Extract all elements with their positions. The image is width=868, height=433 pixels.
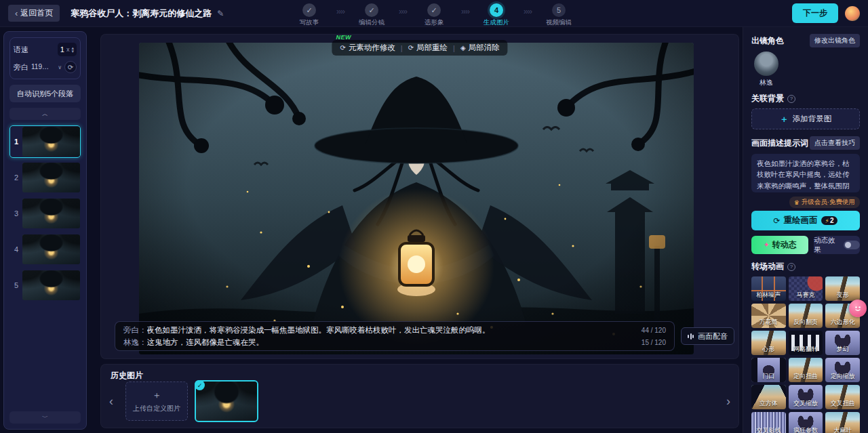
new-badge: NEW	[336, 34, 351, 41]
auto-split-button[interactable]: 自动识别5个段落	[9, 85, 81, 102]
transition-grid: 柏林噪声 马赛克 变形 万花筒 反向翻页 六边形化 心形 网格翻转 梦幻 门口 …	[751, 276, 860, 433]
transition-option[interactable]: 心形	[751, 331, 786, 355]
selected-check-icon: ✓	[195, 380, 205, 390]
shot-item-1[interactable]: 1	[9, 125, 81, 158]
step-choose-character[interactable]: ✓ 选形象	[416, 0, 452, 27]
transition-option[interactable]: 定向缩放	[825, 358, 860, 382]
transition-option[interactable]: 定向扭曲	[789, 358, 823, 382]
back-home-button[interactable]: ‹ 返回首页	[8, 5, 60, 22]
speed-stepper[interactable]: 1 x ▴▾	[58, 43, 77, 56]
add-background-button[interactable]: ＋ 添加背景图	[751, 108, 860, 129]
caption-line-dialog: 林逸： 这鬼地方，连风都像是亡魂在哭。 15 / 120	[123, 337, 666, 348]
plus-icon: ＋	[780, 113, 789, 125]
image-tools-bar: NEW ⟳ 元素动作修改 | ⟳ 局部重绘 | ◈ 局部消除	[332, 40, 507, 56]
transition-option[interactable]: 梦幻	[825, 331, 860, 355]
hero-illustration	[139, 43, 694, 354]
narrator-label: 旁白	[14, 62, 28, 73]
transition-option[interactable]: 反向翻页	[789, 304, 823, 328]
transition-label: 梦幻	[825, 345, 860, 354]
transition-label: 门口	[751, 372, 786, 381]
transition-label: 立方体	[751, 399, 786, 408]
caption-editor[interactable]: 旁白： 夜色如墨汁泼洒，将寒鸦谷浸染成一幅焦墨地狱图。寒风嘶咬着枯枝败叶，发出亡…	[115, 321, 675, 351]
element-motion-edit-button[interactable]: ⟳ 元素动作修改	[340, 43, 395, 53]
shot-item-4[interactable]: 4	[9, 233, 81, 266]
partial-erase-button[interactable]: ◈ 局部消除	[460, 43, 500, 53]
upgrade-vip-badge[interactable]: ♛ 升级会员·免费使用	[789, 197, 860, 208]
history-image-selected[interactable]: ✓	[195, 380, 258, 422]
motion-edit-icon: ⟳	[340, 44, 345, 51]
shot-thumbnail	[22, 234, 80, 264]
next-step-button[interactable]: 下一步	[792, 3, 838, 23]
transition-option[interactable]: 万花筒	[751, 304, 786, 328]
history-panel: 历史图片 ‹ ＋ 上传自定义图片 ✓ ›	[100, 364, 739, 428]
user-avatar[interactable]	[845, 6, 860, 21]
step-write-story[interactable]: ✓ 写故事	[292, 0, 327, 27]
chevron-down-icon[interactable]: ∨	[58, 64, 62, 70]
shot-item-3[interactable]: 3	[9, 197, 81, 230]
role-avatar[interactable]	[754, 51, 778, 76]
transition-section-title: 转场动画	[751, 261, 784, 272]
transition-option[interactable]: 门口	[751, 358, 786, 382]
history-prev-icon[interactable]: ‹	[109, 394, 113, 409]
transition-option[interactable]: 马赛克	[789, 276, 823, 301]
edit-title-icon[interactable]: ✎	[217, 9, 224, 18]
canvas-panel: NEW ⟳ 元素动作修改 | ⟳ 局部重绘 | ◈ 局部消除 旁白： 夜色如墨汁…	[100, 34, 739, 359]
redraw-icon: ⟳	[408, 44, 414, 51]
transition-option[interactable]: 柏林噪声	[751, 276, 786, 301]
back-chevron-icon: ‹	[15, 8, 18, 18]
shot-item-2[interactable]: 2	[9, 161, 81, 194]
transition-label: 柏林噪声	[751, 291, 786, 300]
transition-option[interactable]: 疯狂参数	[789, 412, 823, 433]
transition-option[interactable]: 立方体	[751, 385, 786, 409]
transition-label: 反向翻页	[789, 318, 823, 327]
transition-option[interactable]: 变形	[825, 276, 860, 301]
history-next-icon[interactable]: ›	[726, 394, 730, 409]
speed-value: 1	[60, 45, 64, 54]
caption-line-narrator: 旁白： 夜色如墨汁泼洒，将寒鸦谷浸染成一幅焦墨地狱图。寒风嘶咬着枯枝败叶，发出亡…	[123, 325, 666, 335]
refresh-voice-icon[interactable]: ⟳	[64, 61, 77, 73]
history-title: 历史图片	[111, 370, 143, 382]
char-counter: 44 / 120	[642, 325, 666, 335]
credit-cost-badge: ⚡ 2	[821, 216, 838, 225]
transition-option[interactable]: 交叉扭曲	[825, 385, 860, 409]
speed-unit: x	[66, 46, 70, 53]
transition-option[interactable]: 交叉影线	[751, 412, 786, 433]
transition-label: 定向缩放	[825, 372, 860, 381]
collapse-down-button[interactable]: ﹀	[9, 411, 81, 424]
transition-option[interactable]: 网格翻转	[789, 331, 823, 355]
transition-label: 定向扭曲	[789, 372, 823, 381]
view-tips-button[interactable]: 点击查看技巧	[810, 136, 860, 150]
step-arrows-icon: ››››	[399, 0, 407, 16]
motion-effect-toggle[interactable]	[844, 241, 860, 249]
transition-label: 交叉扭曲	[825, 399, 860, 408]
help-icon[interactable]: ?	[787, 95, 795, 103]
settings-panel: 出镜角色 修改出镜角色 林逸 关联背景 ? ＋ 添加背景图 画面描述提示词 点击…	[743, 27, 868, 433]
shot-item-5[interactable]: 5	[9, 269, 81, 302]
edit-role-button[interactable]: 修改出镜角色	[810, 34, 860, 47]
transition-option[interactable]: 交叉缩放	[789, 385, 823, 409]
shot-sidebar: 语速 1 x ▴▾ 旁白 119：有声阅读-… ∨ ⟳ 自动识别5个段落 ︿ 1…	[3, 31, 87, 430]
collapse-up-button[interactable]: ︿	[9, 108, 81, 120]
partial-redraw-button[interactable]: ⟳ 局部重绘	[408, 43, 448, 53]
char-counter: 15 / 120	[642, 337, 666, 348]
role-section-title: 出镜角色	[751, 35, 784, 47]
crown-icon: ♛	[794, 199, 800, 206]
redraw-image-button[interactable]: ⟳ 重绘画面 ⚡ 2	[751, 211, 860, 230]
transition-option[interactable]: 大麻叶	[825, 412, 860, 433]
project-title: 寒鸦谷收尸人：剥离寿元的修仙之路	[71, 7, 212, 20]
help-icon[interactable]: ?	[787, 263, 795, 271]
support-floating-button[interactable]	[849, 300, 867, 317]
to-motion-button[interactable]: ✦ 转动态	[751, 236, 808, 254]
step-generate-image[interactable]: 4 生成图片	[479, 0, 514, 27]
scene-dub-button[interactable]: 画面配音	[681, 327, 734, 345]
eraser-icon: ◈	[460, 44, 466, 51]
step-edit-storyboard[interactable]: ✓ 编辑分镜	[354, 0, 389, 27]
upload-custom-image-button[interactable]: ＋ 上传自定义图片	[125, 382, 188, 421]
prompt-textarea[interactable]: 夜色如墨汁泼洒的寒鸦谷，枯枝败叶在寒风中摇曳，远处传来寒鸦的嘶鸣声，整体氛围阴森…	[751, 154, 860, 192]
storyboard-image[interactable]	[139, 43, 694, 354]
narrator-voice-select[interactable]: 119：有声阅读-…	[31, 62, 55, 72]
stepper-arrows-icon[interactable]: ▴▾	[71, 46, 74, 53]
transition-label: 马赛克	[789, 291, 823, 300]
step-arrows-icon: ››››	[336, 0, 344, 16]
step-video-edit[interactable]: 5 视频编辑	[541, 0, 576, 27]
